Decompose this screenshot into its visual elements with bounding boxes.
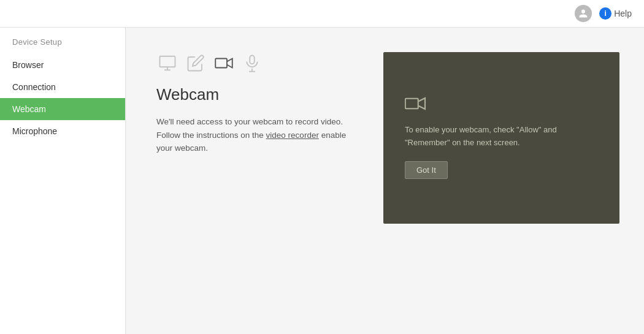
main-layout: Device Setup Browser Connection Webcam M… <box>0 28 644 334</box>
user-avatar-icon[interactable] <box>575 5 592 22</box>
svg-rect-0 <box>160 56 175 67</box>
sidebar-item-webcam[interactable]: Webcam <box>0 98 125 120</box>
content-area: Webcam We'll need access to your webcam … <box>126 28 644 334</box>
svg-rect-7 <box>405 98 418 108</box>
edit-icon <box>185 52 207 74</box>
sidebar: Device Setup Browser Connection Webcam M… <box>0 28 126 334</box>
topbar: i Help <box>0 0 644 28</box>
webcam-step-icon <box>213 52 235 74</box>
step-icons <box>156 52 353 74</box>
got-it-button[interactable]: Got It <box>405 161 448 179</box>
svg-rect-4 <box>250 56 255 64</box>
microphone-step-icon <box>241 52 263 74</box>
help-button[interactable]: i Help <box>599 7 632 20</box>
sidebar-item-connection[interactable]: Connection <box>0 76 125 98</box>
right-panel: To enable your webcam, check "Allow" and… <box>383 52 619 224</box>
help-label: Help <box>614 9 632 18</box>
info-icon: i <box>599 7 611 20</box>
page-description: We'll need access to your webcam to reco… <box>156 115 353 155</box>
panel-description: To enable your webcam, check "Allow" and… <box>405 124 598 150</box>
sidebar-title: Device Setup <box>0 37 125 54</box>
monitor-icon <box>156 52 178 74</box>
page-title: Webcam <box>156 85 353 104</box>
sidebar-item-microphone[interactable]: Microphone <box>0 120 125 142</box>
description-line1: We'll need access to your webcam to reco… <box>156 117 343 126</box>
svg-rect-3 <box>215 59 227 68</box>
left-content: Webcam We'll need access to your webcam … <box>156 52 353 155</box>
sidebar-item-browser[interactable]: Browser <box>0 54 125 76</box>
description-prefix: Follow the instructions on the <box>156 131 266 140</box>
panel-cam-icon <box>405 97 427 116</box>
video-recorder-link[interactable]: video recorder <box>266 131 319 140</box>
